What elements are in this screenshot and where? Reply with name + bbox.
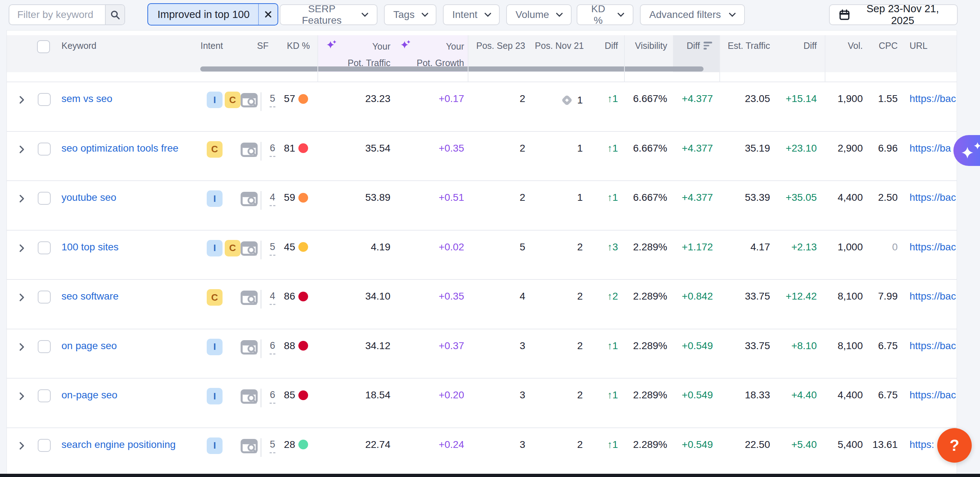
cpc-value: 6.75 bbox=[866, 389, 898, 401]
serp-preview-icon[interactable] bbox=[240, 438, 258, 454]
col-header-pos-sep23[interactable]: Pos. Sep 23 bbox=[474, 40, 525, 52]
kd-level-dot bbox=[298, 341, 308, 350]
active-filter-label: Improved in top 100 bbox=[148, 9, 258, 21]
advanced-filters-dropdown[interactable]: Advanced filters bbox=[640, 4, 745, 25]
tags-filter-dropdown[interactable]: Tags bbox=[384, 4, 436, 25]
active-filter-chip[interactable]: Improved in top 100 bbox=[147, 3, 278, 25]
url-link[interactable]: https://bac bbox=[910, 340, 957, 352]
chip-divider bbox=[258, 4, 259, 25]
col-header-url[interactable]: URL bbox=[910, 40, 928, 52]
expand-row-chevron-icon[interactable] bbox=[16, 391, 27, 402]
position-diff-value: ↑3 bbox=[582, 241, 618, 253]
estimated-traffic-value: 18.33 bbox=[722, 389, 770, 401]
chevron-down-icon bbox=[555, 10, 564, 19]
expand-row-chevron-icon[interactable] bbox=[16, 95, 27, 105]
serp-preview-icon-glyph bbox=[240, 290, 258, 306]
intent-badges: I bbox=[207, 388, 223, 404]
row-checkbox[interactable] bbox=[38, 340, 51, 353]
ai-assistant-button[interactable] bbox=[953, 135, 980, 166]
serp-features-filter-dropdown[interactable]: SERP Features bbox=[280, 4, 377, 25]
intent-badge-commercial: C bbox=[207, 141, 223, 158]
keyword-link[interactable]: seo optimization tools free bbox=[62, 143, 178, 154]
col-header-visibility-diff[interactable]: Diff bbox=[671, 40, 713, 52]
row-checkbox[interactable] bbox=[38, 143, 51, 155]
serp-preview-icon-glyph bbox=[240, 339, 258, 355]
chevron-down-icon bbox=[360, 10, 369, 19]
remove-filter-button[interactable] bbox=[259, 4, 278, 25]
expand-row-chevron-icon[interactable] bbox=[16, 292, 27, 303]
keyword-link[interactable]: seo software bbox=[62, 291, 119, 302]
kd-value: 81 bbox=[284, 143, 295, 154]
kd-level-dot bbox=[298, 94, 308, 104]
position-sep23-value: 4 bbox=[474, 291, 525, 302]
row-checkbox[interactable] bbox=[38, 93, 51, 106]
expand-row-chevron-icon[interactable] bbox=[16, 193, 27, 204]
keyword-link[interactable]: youtube seo bbox=[62, 192, 116, 203]
url-link[interactable]: https://bac bbox=[910, 192, 957, 203]
potential-traffic-value: 23.23 bbox=[323, 93, 390, 105]
search-button[interactable] bbox=[105, 5, 124, 24]
horizontal-scrollbar[interactable] bbox=[200, 67, 703, 71]
keyword-filter-input[interactable] bbox=[10, 5, 105, 24]
keyword-link[interactable]: search engine positioning bbox=[62, 439, 176, 450]
estimated-traffic-diff-value: +15.14 bbox=[773, 93, 817, 105]
visibility-diff-value: +4.377 bbox=[671, 93, 713, 105]
cpc-value: 6.75 bbox=[866, 340, 898, 352]
serp-preview-icon[interactable] bbox=[240, 191, 258, 207]
keyword-link[interactable]: on-page seo bbox=[62, 389, 118, 401]
expand-row-chevron-icon[interactable] bbox=[16, 441, 27, 451]
url-link[interactable]: https://bac bbox=[910, 93, 957, 105]
serp-preview-icon-glyph bbox=[240, 142, 258, 158]
serp-preview-icon[interactable] bbox=[240, 339, 258, 355]
col-header-cpc[interactable]: CPC bbox=[866, 40, 898, 52]
position-nov21-value: 2 bbox=[521, 389, 583, 401]
col-header-est-traffic-diff[interactable]: Diff bbox=[773, 40, 817, 52]
row-checkbox[interactable] bbox=[38, 241, 51, 254]
chevron-down-icon bbox=[616, 10, 625, 19]
kd-filter-dropdown[interactable]: KD % bbox=[577, 4, 633, 25]
keyword-link[interactable]: sem vs seo bbox=[62, 93, 113, 105]
serp-preview-icon[interactable] bbox=[240, 389, 258, 404]
col-header-visibility[interactable]: Visibility bbox=[618, 40, 667, 52]
position-diff-value: ↑1 bbox=[582, 143, 618, 154]
col-header-keyword[interactable]: Keyword bbox=[62, 40, 96, 52]
url-link[interactable]: https://bac bbox=[910, 241, 957, 253]
table-row: sem vs seo IC 5 57 23.23 +0.17 2 bbox=[7, 82, 957, 131]
col-header-intent[interactable]: Intent bbox=[186, 40, 237, 52]
serp-preview-icon[interactable] bbox=[240, 142, 258, 158]
col-header-kd[interactable]: KD % bbox=[263, 40, 310, 52]
position-sep23-value: 2 bbox=[474, 143, 525, 154]
advanced-filters-label: Advanced filters bbox=[649, 9, 721, 21]
serp-preview-icon[interactable] bbox=[240, 290, 258, 306]
col-header-volume[interactable]: Vol. bbox=[826, 40, 863, 52]
row-checkbox[interactable] bbox=[38, 192, 51, 205]
col-header-est-traffic[interactable]: Est. Traffic bbox=[722, 40, 770, 52]
chevron-down-icon bbox=[420, 10, 430, 19]
expand-row-chevron-icon[interactable] bbox=[16, 342, 27, 352]
col-header-pos-nov21[interactable]: Pos. Nov 21 bbox=[532, 40, 584, 52]
intent-filter-dropdown[interactable]: Intent bbox=[443, 4, 500, 25]
table-header: Keyword Intent SF KD % Your Pot. Traffic… bbox=[7, 35, 957, 72]
date-range-picker[interactable]: Sep 23-Nov 21, 2025 bbox=[829, 4, 958, 25]
select-all-checkbox[interactable] bbox=[37, 40, 50, 53]
row-checkbox[interactable] bbox=[38, 439, 51, 452]
keyword-link[interactable]: on page seo bbox=[62, 340, 117, 352]
volume-filter-dropdown[interactable]: Volume bbox=[506, 4, 572, 25]
serp-preview-icon[interactable] bbox=[240, 241, 258, 257]
help-button[interactable]: ? bbox=[937, 428, 972, 463]
keyword-link[interactable]: 100 top sites bbox=[62, 241, 119, 253]
position-sep23-value: 2 bbox=[474, 192, 525, 203]
visibility-diff-value: +4.377 bbox=[671, 143, 713, 154]
url-link[interactable]: https://ba bbox=[910, 143, 957, 154]
row-checkbox[interactable] bbox=[38, 291, 51, 304]
expand-row-chevron-icon[interactable] bbox=[16, 144, 27, 155]
expand-row-chevron-icon[interactable] bbox=[16, 243, 27, 254]
col-header-pos-diff[interactable]: Diff bbox=[582, 40, 618, 52]
row-checkbox[interactable] bbox=[38, 389, 51, 402]
potential-growth-value: +0.51 bbox=[402, 192, 464, 203]
serp-preview-icon[interactable] bbox=[240, 92, 258, 108]
url-link[interactable]: https://bac bbox=[910, 389, 957, 401]
url-link[interactable]: https://bac bbox=[910, 291, 957, 302]
position-sep23-value: 3 bbox=[474, 439, 525, 450]
potential-growth-value: +0.35 bbox=[402, 143, 464, 154]
